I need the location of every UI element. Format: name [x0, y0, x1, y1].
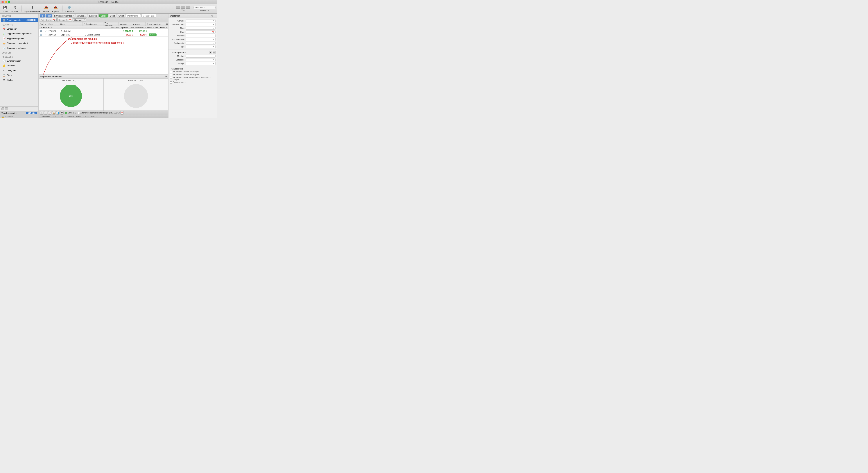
footer-add-btn[interactable]: + — [1, 108, 4, 110]
valide-button[interactable]: Validé — [99, 14, 108, 18]
rules-icon: ⚖ — [3, 79, 5, 82]
import-button[interactable]: 📥 Importer — [42, 5, 50, 12]
close-button[interactable] — [1, 1, 4, 3]
en-cours-button[interactable]: En cours — [88, 14, 99, 18]
sidebar-item-diagramme-barres[interactable]: 📉 Diagramme en barres — [1, 46, 38, 50]
minus-btn[interactable]: − — [44, 111, 48, 115]
stats-title: Statistiques — [170, 67, 216, 70]
rp-gear-icon[interactable]: ⚙ — [211, 14, 213, 17]
stats-check4[interactable] — [170, 82, 172, 84]
maximize-button[interactable] — [8, 1, 10, 3]
rp-destinataire-label: Destinataire — [170, 42, 186, 44]
sidebar-item-titres[interactable]: 📋 Titres — [1, 73, 38, 78]
bar-btn[interactable]: 📊 — [56, 111, 60, 115]
avance-button[interactable]: Avancé... — [76, 14, 87, 18]
export-icon: 📤 — [53, 5, 58, 10]
month-expand-icon[interactable]: ▼ — [40, 27, 42, 29]
rp-destinataire-row: Destinataire ▼ — [170, 41, 216, 45]
search-input[interactable] — [193, 6, 216, 9]
calendar-btn[interactable]: 📅 — [120, 111, 124, 115]
sous-ops-minus-btn[interactable]: − — [213, 51, 216, 54]
rp-transfert-value[interactable]: ▼ — [186, 23, 216, 26]
stats-check3-row: Ne pas inclure lors du calcul de la tend… — [170, 76, 216, 81]
td-type — [104, 33, 120, 36]
sidebar-item-premier-compte[interactable]: 🏦 Premier compte 990,00 € — [1, 18, 38, 22]
sidebar-item-rapport-comparatif[interactable]: 📈 Rapport comparatif — [1, 36, 38, 41]
view-btn-1[interactable] — [176, 6, 180, 9]
table-row[interactable]: 🏦 ✓ 22/05/18 Solde initial 1 000,00 € 99… — [39, 29, 168, 33]
rp-type-value[interactable]: ▼ — [186, 45, 216, 48]
stats-check2[interactable] — [170, 74, 172, 76]
stats-check3[interactable] — [170, 77, 172, 79]
premier-compte-amount: 990,00 € — [27, 19, 36, 21]
rp-so-budget-value[interactable]: ▼ — [186, 62, 216, 65]
categorie-dropdown[interactable]: Catégorie ▼ — [73, 19, 86, 22]
rp-so-budget-label: Budget — [170, 62, 186, 64]
date-fin-dropdown[interactable]: Date de fin 📅 — [57, 18, 72, 22]
annotation-line2: ← J'espère que cette fois j'ai été plus … — [68, 41, 124, 45]
panel-gear-icon[interactable]: ⚙ — [165, 75, 167, 78]
sous-ops-add-btn[interactable]: + — [209, 51, 212, 54]
titles-icon: 📋 — [3, 74, 5, 77]
save-icon: 💾 — [3, 5, 8, 10]
minimize-button[interactable] — [5, 1, 7, 3]
sidebar-item-monnaies[interactable]: 💰 Monnaies — [1, 63, 38, 68]
filtres-dropdown[interactable]: Filtres sauvegardés ▼ — [53, 14, 75, 18]
montant-min-input[interactable] — [126, 14, 141, 18]
debit-button[interactable]: Débit — [108, 14, 116, 18]
line-btn[interactable]: 📈 — [48, 111, 52, 115]
table-row[interactable]: 🏦 ✓ 22/05/18 Dépense 1 Divers Carte banc… — [39, 33, 168, 37]
sidebar-item-synchronisation[interactable]: 🔄 Synchronisation — [1, 59, 38, 63]
print-button[interactable]: 🖨 Imprimer — [11, 5, 19, 12]
forecast-checkbox-area[interactable]: Afficher les opérations prévues jusqu'au… — [78, 111, 124, 115]
calculator-label: Calculette — [65, 10, 73, 12]
th-date: Date — [48, 23, 59, 26]
table-config-btn[interactable]: ⚙ — [166, 23, 168, 25]
sidebar-item-regles[interactable]: ⚖ Règles — [1, 78, 38, 82]
rp-compte-value[interactable]: ▼ — [186, 19, 216, 22]
rp-nom-label: Nom — [170, 27, 186, 29]
export-button[interactable]: 📤 Exporter — [52, 5, 59, 12]
rp-destinataire-value[interactable]: ▼ — [186, 41, 216, 45]
sidebar-item-echeancier[interactable]: 📅 Échéancier — [1, 27, 38, 31]
revenues-canvas — [124, 82, 148, 110]
td-date: 22/05/18 — [48, 29, 60, 33]
import-auto-icon: ⬇ — [30, 5, 35, 10]
forecast-checkbox[interactable] — [78, 112, 80, 114]
montant-max-input[interactable] — [142, 14, 156, 18]
view-btn-2[interactable] — [181, 6, 185, 9]
compte-chevron: ▼ — [213, 20, 214, 22]
stats-check1[interactable] — [170, 71, 172, 73]
settings-btn[interactable]: ⚙ — [60, 111, 64, 115]
month-label: mai 2018 — [43, 27, 52, 29]
rp-nom-value[interactable]: ▼ — [186, 27, 216, 30]
td-nom: Solde initial — [60, 29, 84, 33]
td-sous-ops: Santé — [148, 33, 168, 36]
pie-btn[interactable]: 🥧 — [52, 111, 56, 115]
tout-button[interactable]: Tout — [45, 14, 52, 18]
sidebar: Comptes 🏦 Premier compte 990,00 € Rappor… — [0, 13, 39, 118]
sidebar-item-diagramme-camembert[interactable]: 🥧 Diagramme camembert — [1, 41, 38, 46]
import-auto-button[interactable]: ⬇ Import automatique — [25, 5, 40, 12]
view-btn-3[interactable] — [186, 6, 190, 9]
calculator-button[interactable]: 🔢 Calculette — [65, 5, 73, 12]
calendar-icon-2: 📅 — [69, 19, 71, 21]
month-summary-text: 2 opérations Dépenses : 10,00 € Revenus … — [109, 27, 167, 29]
th-montant: Montant — [119, 23, 132, 26]
credit-button[interactable]: Crédit — [117, 14, 125, 18]
add-btn[interactable]: + — [40, 111, 43, 115]
sidebar-item-categories[interactable]: 🏷 Catégories — [1, 68, 38, 72]
sidebar-item-rapport-sous-ops[interactable]: 📊 Rapport de sous-opérations — [1, 31, 38, 36]
tri-button[interactable]: Tri — [40, 14, 45, 18]
rp-date-value[interactable]: 📅 — [186, 30, 216, 33]
rp-montant-value[interactable] — [186, 34, 216, 37]
rp-so-categorie-value[interactable]: ▼ — [186, 58, 216, 61]
rp-commentaire-value[interactable]: ▼ — [186, 38, 216, 41]
panel-charts: Dépenses : 10,00 € 100% — [39, 79, 168, 111]
footer-minus-btn[interactable]: − — [5, 108, 8, 110]
rp-date-label: Date — [170, 31, 186, 33]
rp-plus-icon[interactable]: + — [214, 14, 216, 17]
rp-so-montant-value[interactable] — [186, 55, 216, 58]
save-button[interactable]: 💾 Sauver — [1, 5, 9, 12]
date-debut-dropdown[interactable]: Date de dé... 📅 — [40, 18, 57, 22]
